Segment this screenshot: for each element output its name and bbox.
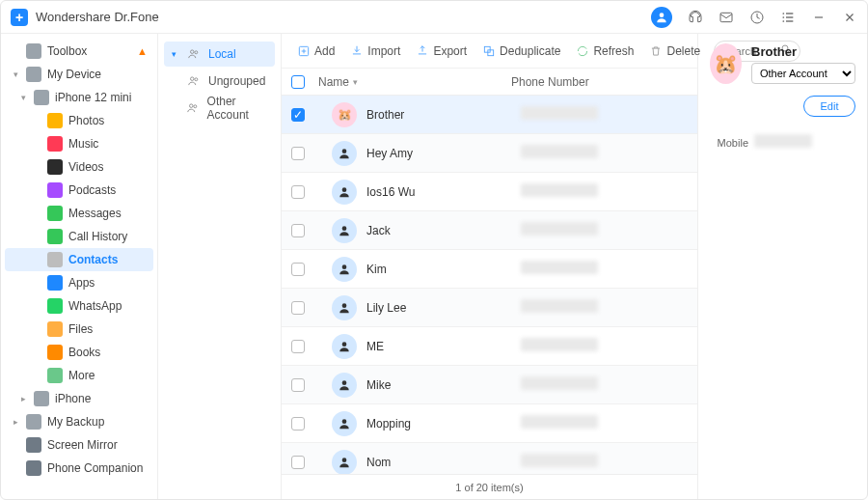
svg-point-10 [191,50,195,54]
minimize-button[interactable] [811,10,827,25]
contact-name-cell: Lily Lee [366,301,521,315]
caret-icon: ▸ [18,394,28,403]
sidebar-item-apps[interactable]: Apps [5,271,153,294]
sidebar-label: Messages [68,207,122,220]
sidebar-item-my-backup[interactable]: ▸My Backup [5,410,153,433]
contact-row[interactable]: Hey Amy [282,134,697,173]
account-select[interactable]: Other Account [751,63,855,84]
contact-name-cell: ME [366,340,521,353]
column-name[interactable]: Name ▾ [318,75,511,89]
svg-rect-9 [815,16,823,17]
sidebar-item-books[interactable]: Books [5,341,153,364]
account-item-other-account[interactable]: Other Account [164,96,275,121]
app-logo-icon: + [11,9,28,26]
flame-icon: ▲ [137,45,148,57]
svg-rect-1 [720,13,732,21]
edit-button[interactable]: Edit [803,96,855,117]
svg-rect-8 [786,20,793,21]
import-label: Import [367,44,400,58]
row-checkbox[interactable] [291,340,305,353]
refresh-label: Refresh [593,44,634,58]
sidebar-item-call-history[interactable]: Call History [5,225,153,248]
caret-icon: ▸ [11,417,20,427]
row-checkbox[interactable] [291,378,305,392]
phone-icon [34,391,49,406]
pagination-footer: 1 of 20 item(s) [282,474,697,499]
sidebar-item-videos[interactable]: Videos [5,155,153,179]
row-checkbox[interactable] [291,185,305,199]
row-checkbox[interactable] [291,417,305,431]
column-phone[interactable]: Phone Number [511,75,688,89]
caret-icon: ▾ [172,49,179,59]
sidebar-item-whatsapp[interactable]: WhatsApp [5,294,153,318]
contact-row[interactable]: ✓🐹Brother [282,96,697,134]
contacts-list: ✓🐹BrotherHey AmyIos16 WuJackKimLily LeeM… [282,96,697,474]
contact-row[interactable]: Mike [282,366,697,404]
contact-avatar-icon [332,334,357,359]
close-button[interactable] [842,10,857,25]
row-checkbox[interactable] [291,263,305,276]
export-icon [416,44,429,58]
export-label: Export [433,44,467,58]
row-checkbox[interactable] [291,301,305,315]
deduplicate-button[interactable]: Deduplicate [476,41,566,62]
sidebar: Toolbox▲▾My Device▾iPhone 12 miniPhotosM… [1,34,158,499]
list-icon[interactable] [780,10,796,25]
contact-phone-cell [521,299,688,316]
refresh-button[interactable]: Refresh [570,41,639,62]
svg-point-15 [193,105,196,108]
account-item-local[interactable]: ▾Local [164,42,275,67]
toolbar: Add Import Export Deduplicate Refresh De… [282,34,697,69]
row-checkbox[interactable]: ✓ [291,108,305,122]
svg-point-21 [342,187,347,192]
contact-row[interactable]: Jack [282,211,697,250]
contact-avatar-icon [332,373,357,398]
sidebar-item-more[interactable]: More [5,364,153,387]
row-checkbox[interactable] [291,224,305,237]
sidebar-item-files[interactable]: Files [5,318,153,341]
sidebar-item-contacts[interactable]: Contacts [5,248,153,271]
contact-row[interactable]: Nom [282,443,697,474]
contact-row[interactable]: Lily Lee [282,289,697,327]
svg-point-0 [660,13,665,17]
sidebar-item-my-device[interactable]: ▾My Device [5,63,153,86]
row-checkbox[interactable] [291,147,305,160]
sidebar-item-podcasts[interactable]: Podcasts [5,179,153,202]
export-button[interactable]: Export [410,41,473,62]
delete-icon [649,44,663,58]
apps-icon [47,275,63,291]
headset-icon[interactable] [688,10,703,25]
sidebar-item-iphone-12-mini[interactable]: ▾iPhone 12 mini [5,86,153,109]
photos-icon [47,113,63,128]
row-checkbox[interactable] [291,456,305,469]
sidebar-item-photos[interactable]: Photos [5,109,153,132]
delete-button[interactable]: Delete [643,41,706,62]
import-icon [350,44,364,58]
sidebar-item-messages[interactable]: Messages [5,202,153,225]
contact-row[interactable]: Mopping [282,404,697,443]
sidebar-item-toolbox[interactable]: Toolbox▲ [5,40,153,63]
contact-row[interactable]: Ios16 Wu [282,173,697,211]
mail-icon[interactable] [719,10,734,25]
history-icon[interactable] [749,10,765,25]
contact-avatar-icon [332,218,357,243]
select-all-checkbox[interactable] [291,75,305,89]
sidebar-item-music[interactable]: Music [5,132,153,155]
sidebar-item-iphone[interactable]: ▸iPhone [5,387,153,410]
sidebar-item-screen-mirror[interactable]: Screen Mirror [5,433,153,457]
sidebar-label: Screen Mirror [47,438,118,452]
mobile-value [754,134,812,151]
detail-panel: 🐹 Brother Other Account Edit Mobile [698,34,867,499]
sidebar-item-phone-companion[interactable]: Phone Companion [5,457,153,480]
add-button[interactable]: Add [291,41,340,62]
import-button[interactable]: Import [344,41,406,62]
account-item-ungrouped[interactable]: Ungrouped [164,69,275,94]
contact-row[interactable]: ME [282,327,697,366]
svg-rect-6 [786,13,793,14]
contact-phone-cell [521,454,688,470]
contact-row[interactable]: Kim [282,250,697,289]
deduplicate-icon [482,44,496,58]
sidebar-label: Toolbox [47,44,87,58]
account-icon[interactable] [651,7,672,28]
accounts-panel: ▾LocalUngroupedOther Account [158,34,282,499]
